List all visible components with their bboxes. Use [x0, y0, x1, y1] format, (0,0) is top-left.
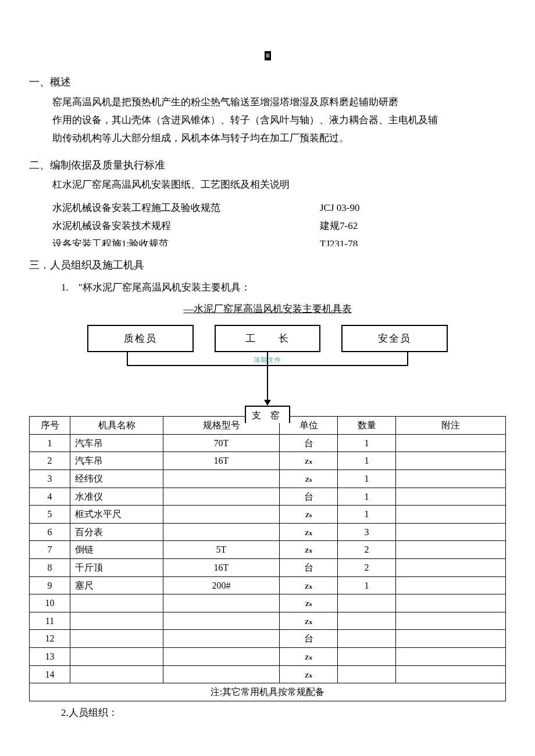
cell-note [396, 506, 506, 524]
cell-seq: 13 [30, 647, 70, 665]
cell-name: 百分表 [70, 523, 163, 541]
cell-spec: 200# [163, 576, 280, 594]
table-row: 5框式水平尺Zs1 [30, 506, 506, 524]
cell-unit: 台 [280, 559, 338, 577]
org-line [267, 365, 268, 401]
equipment-table: 序号 机具名称 规格型号 单位 数量 附注 1汽车吊70T台12汽车吊16TZx… [29, 416, 506, 701]
page-marker-text: Ⅲ [265, 51, 271, 60]
table-row: 9塞尺200#Zx1 [30, 576, 506, 594]
cell-seq: 3 [30, 470, 70, 488]
standard-row: 水泥机械设备安装工程施工及验收规范 JCJ 03-90 [52, 200, 506, 216]
org-line [127, 352, 128, 365]
table-row: 11Zx [30, 612, 506, 630]
cell-note [396, 630, 506, 648]
cell-note [396, 576, 506, 594]
cell-seq: 7 [30, 541, 70, 559]
cell-unit: Zs [280, 506, 338, 524]
cell-note [396, 559, 506, 577]
cell-seq: 2 [30, 452, 70, 470]
cell-spec [163, 612, 280, 630]
cell-unit: Zs [280, 594, 338, 612]
org-chart: 质检员 工 长 安全员 顶期文件 支 窑 [87, 325, 448, 416]
standard-code: JCJ 03-90 [320, 200, 359, 216]
watermark-text: 顶期文件 [254, 355, 281, 366]
table-row: 2汽车吊16TZx1 [30, 452, 506, 470]
cell-name [70, 647, 163, 665]
cell-qty: 1 [338, 576, 396, 594]
section-3-item1: 1. "杯水泥厂窑尾高温风机安装主要机具： [61, 280, 506, 295]
section-1-p3: 助传动机构等儿大部分组成，风机本体与转子均在加工厂预装配过。 [52, 130, 506, 146]
cell-note [396, 434, 506, 452]
section-1-p1: 窑尾高温风机是把预热机产生的粉尘热气输送至增湿塔增湿及原料磨起辅助研磨 [52, 94, 506, 110]
table-row: 7倒链5TZx2 [30, 541, 506, 559]
org-row: 质检员 工 长 安全员 [87, 325, 448, 352]
cell-qty [338, 647, 396, 665]
cell-name [70, 594, 163, 612]
table-row: 14Zx [30, 665, 506, 683]
table-row: 8千斤顶16T台2 [30, 559, 506, 577]
cell-unit: 台 [280, 434, 338, 452]
standard-name: 水泥机械设备安装工程施工及验收规范 [52, 200, 320, 216]
standard-row: 水泥机械设备安装技术规程 建规7-62 [52, 218, 506, 234]
standards-list: 水泥机械设备安装工程施工及验收规范 JCJ 03-90 水泥机械设备安装技术规程… [52, 200, 506, 246]
cell-qty: 1 [338, 506, 396, 524]
cell-note [396, 594, 506, 612]
cell-qty [338, 594, 396, 612]
cell-name [70, 665, 163, 683]
cell-spec [163, 665, 280, 683]
cell-unit: 台 [280, 488, 338, 506]
cell-qty [338, 665, 396, 683]
cell-unit: Zx [280, 665, 338, 683]
cell-seq: 4 [30, 488, 70, 506]
section-3-item2: 2.人员组织： [61, 705, 506, 721]
cell-name: 水准仪 [70, 488, 163, 506]
cell-qty [338, 612, 396, 630]
equipment-table-title: —水泥厂窑尾高温风机安装主要机具表 [29, 301, 506, 317]
cell-qty: 2 [338, 559, 396, 577]
cell-qty: 1 [338, 452, 396, 470]
page-marker: Ⅲ [29, 46, 506, 62]
cell-unit: 台 [280, 630, 338, 648]
table-row: 13Zx [30, 647, 506, 665]
cell-unit: Zx [280, 612, 338, 630]
cell-name: 汽车吊 [70, 434, 163, 452]
cell-unit: Zx [280, 452, 338, 470]
cell-name: 汽车吊 [70, 452, 163, 470]
table-row: 12台 [30, 630, 506, 648]
table-row: 1汽车吊70T台1 [30, 434, 506, 452]
cell-seq: 12 [30, 630, 70, 648]
standard-code: 建规7-62 [320, 218, 358, 234]
cell-note [396, 523, 506, 541]
cell-qty: 1 [338, 434, 396, 452]
cell-qty: 2 [338, 541, 396, 559]
cell-seq: 5 [30, 506, 70, 524]
table-row: 6百分表Zx3 [30, 523, 506, 541]
org-box-kiln: 支 窑 [245, 406, 290, 423]
cell-spec [163, 594, 280, 612]
cell-spec [163, 630, 280, 648]
cell-spec: 16T [163, 452, 280, 470]
cell-name: 倒链 [70, 541, 163, 559]
standard-row: 设各安装工程施1:验收规范 TJ231-78 [52, 236, 506, 246]
cell-spec: 70T [163, 434, 280, 452]
table-note: 注:其它常用机具按常规配备 [30, 683, 506, 701]
org-box-foreman: 工 长 [215, 325, 321, 352]
cell-unit: Zx [280, 576, 338, 594]
standard-name: 设各安装工程施1:验收规范 [52, 236, 320, 246]
cell-note [396, 612, 506, 630]
section-1-heading: 一、概述 [29, 74, 506, 91]
col-name: 机具名称 [70, 417, 163, 435]
cell-spec [163, 506, 280, 524]
cell-name: 框式水平尺 [70, 506, 163, 524]
cell-name: 千斤顶 [70, 559, 163, 577]
section-2-heading: 二、编制依据及质量执行标准 [29, 157, 506, 174]
col-seq: 序号 [30, 417, 70, 435]
cell-spec [163, 470, 280, 488]
cell-spec: 16T [163, 559, 280, 577]
cell-note [396, 665, 506, 683]
cell-name: 经纬仪 [70, 470, 163, 488]
org-box-safety: 安全员 [341, 325, 448, 352]
col-qty: 数量 [338, 417, 396, 435]
cell-note [396, 647, 506, 665]
cell-unit: Zs [280, 470, 338, 488]
